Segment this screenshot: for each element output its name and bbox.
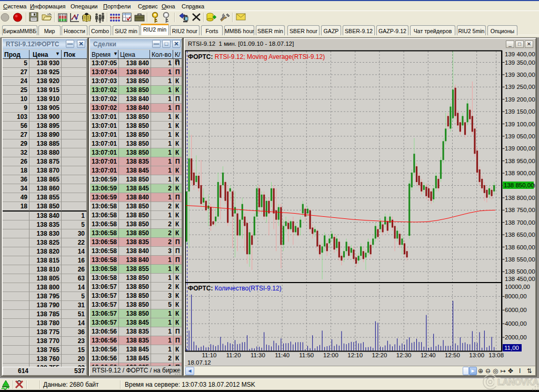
svg-text:139 200,00: 139 200,00 — [505, 96, 535, 103]
svg-text:4000,00: 4000,00 — [505, 320, 527, 327]
svg-text:138 700,00: 138 700,00 — [505, 219, 535, 226]
svg-text:138 800,00: 138 800,00 — [505, 195, 535, 201]
svg-text:12:10: 12:10 — [347, 352, 363, 358]
svg-text:138 750,00: 138 750,00 — [505, 207, 535, 213]
svg-text:11:20: 11:20 — [226, 352, 241, 358]
svg-text:138 950,00: 138 950,00 — [505, 158, 535, 164]
svg-text:138 900,00: 138 900,00 — [505, 170, 535, 176]
svg-text:138 650,00: 138 650,00 — [505, 232, 535, 238]
svg-text:ФОРТС: RTSI-9.12; Moving Aver: ФОРТС: RTSI-9.12; Moving Average(RTSI-9.… — [188, 53, 325, 61]
svg-text:13:08: 13:08 — [488, 352, 504, 358]
svg-text:12:00: 12:00 — [323, 352, 338, 358]
svg-text:139 000,00: 139 000,00 — [505, 145, 535, 152]
svg-text:138 600,00: 138 600,00 — [505, 244, 535, 250]
svg-text:139 100,00: 139 100,00 — [505, 121, 535, 127]
svg-text:12:50: 12:50 — [445, 352, 460, 358]
svg-text:138 550,00: 138 550,00 — [505, 256, 535, 263]
svg-text:138 500,00: 138 500,00 — [505, 268, 535, 275]
svg-text:139 150,00: 139 150,00 — [505, 108, 535, 115]
svg-text:139 300,00: 139 300,00 — [505, 72, 535, 78]
svg-text:11:50: 11:50 — [299, 352, 314, 358]
svg-text:6000,00: 6000,00 — [505, 307, 527, 313]
svg-text:12:40: 12:40 — [421, 352, 436, 358]
svg-text:10000,00: 10000,00 — [505, 284, 530, 290]
svg-text:2000,00: 2000,00 — [505, 334, 527, 340]
svg-text:13:00: 13:00 — [469, 352, 484, 358]
svg-text:139 050,00: 139 050,00 — [505, 133, 535, 139]
svg-text:11,00: 11,00 — [504, 345, 519, 351]
svg-text:ФОРТС: Количество(RTSI-9.12): ФОРТС: Количество(RTSI-9.12) — [188, 285, 282, 292]
svg-text:139 350,00: 139 350,00 — [505, 59, 535, 66]
svg-text:18.07.12: 18.07.12 — [187, 359, 211, 366]
svg-text:139 250,00: 139 250,00 — [505, 84, 535, 90]
svg-text:11:40: 11:40 — [275, 352, 290, 358]
svg-text:11:10: 11:10 — [202, 352, 217, 358]
svg-text:11:30: 11:30 — [251, 352, 265, 358]
svg-text:138 450,00: 138 450,00 — [505, 276, 535, 282]
svg-text:12:20: 12:20 — [372, 352, 387, 358]
svg-text:138 850,00: 138 850,00 — [504, 182, 534, 188]
svg-text:8000,00: 8000,00 — [505, 293, 527, 299]
svg-text:12:30: 12:30 — [396, 352, 412, 358]
svg-text:LANOVKA: LANOVKA — [497, 377, 539, 387]
svg-text:139 400,00: 139 400,00 — [505, 51, 535, 57]
